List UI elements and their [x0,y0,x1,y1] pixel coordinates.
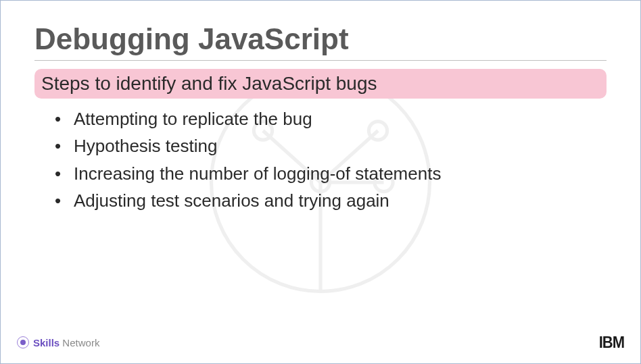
list-item: Attempting to replicate the bug [74,105,607,132]
list-item: Increasing the number of logging-of stat… [74,160,607,187]
skills-network-icon [17,336,29,348]
skills-network-logo: Skills Network [17,336,99,348]
slide: Debugging JavaScript Steps to identify a… [1,1,640,363]
bullet-list: Attempting to replicate the bug Hypothes… [34,105,607,214]
slide-title: Debugging JavaScript [34,22,607,61]
skills-network-text: Skills Network [33,337,99,348]
content-area: Debugging JavaScript Steps to identify a… [34,22,607,214]
slide-subtitle: Steps to identify and fix JavaScript bug… [34,69,607,99]
list-item: Adjusting test scenarios and trying agai… [74,187,607,214]
list-item: Hypothesis testing [74,132,607,159]
footer: Skills Network IBM [1,334,640,351]
ibm-logo: IBM [599,333,624,353]
